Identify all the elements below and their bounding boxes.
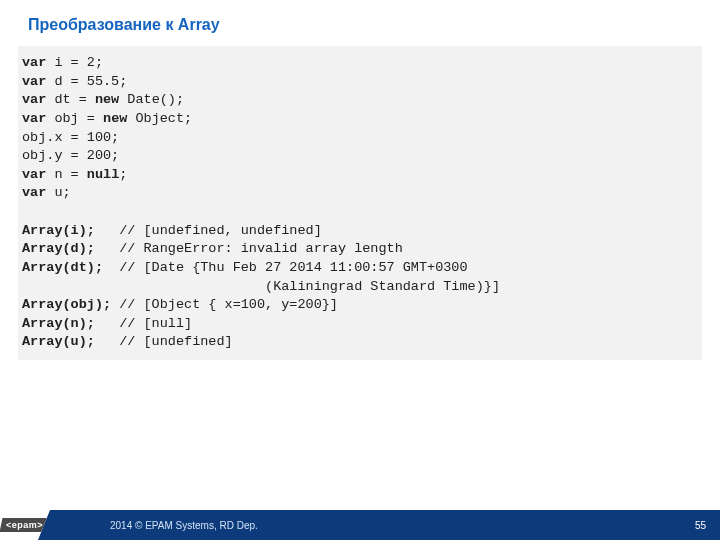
code-comment: // [Object { x=100, y=200}] (119, 297, 338, 312)
blank-line (22, 204, 30, 219)
code-call: Array(obj); (22, 297, 119, 312)
footer-logo-wrap: <epam> (0, 510, 50, 540)
page-number: 55 (695, 520, 706, 531)
code-text: u; (46, 185, 70, 200)
epam-logo: <epam> (0, 518, 50, 532)
code-call: Array(dt); (22, 260, 119, 275)
kw-new: new (103, 111, 127, 126)
code-call: Array(i); (22, 223, 119, 238)
code-call: Array(d); (22, 241, 119, 256)
code-text: Object; (127, 111, 192, 126)
code-text: i = 2; (46, 55, 103, 70)
code-call: Array(n); (22, 316, 119, 331)
slide-title: Преобразование к Array (0, 0, 720, 46)
code-comment: // [null] (119, 316, 192, 331)
code-call: Array(u); (22, 334, 119, 349)
kw-var: var (22, 92, 46, 107)
code-text: dt = (46, 92, 95, 107)
kw-var: var (22, 111, 46, 126)
code-comment: // [undefined] (119, 334, 232, 349)
footer-copyright: 2014 © EPAM Systems, RD Dep. (110, 520, 258, 531)
kw-var: var (22, 55, 46, 70)
kw-var: var (22, 185, 46, 200)
footer-bar: <epam> 2014 © EPAM Systems, RD Dep. 55 (0, 510, 720, 540)
code-text: obj.y = 200; (22, 148, 119, 163)
code-text: Date(); (119, 92, 184, 107)
code-comment: // [Date {Thu Feb 27 2014 11:00:57 GMT+0… (119, 260, 467, 275)
kw-new: new (95, 92, 119, 107)
kw-null: null (87, 167, 119, 182)
code-block: var i = 2; var d = 55.5; var dt = new Da… (18, 46, 702, 360)
code-comment: // [undefined, undefined] (119, 223, 322, 238)
code-comment: // RangeError: invalid array length (119, 241, 403, 256)
code-text: d = 55.5; (46, 74, 127, 89)
kw-var: var (22, 74, 46, 89)
code-text: obj = (46, 111, 103, 126)
kw-var: var (22, 167, 46, 182)
code-text: ; (119, 167, 127, 182)
code-text: obj.x = 100; (22, 130, 119, 145)
code-text: n = (46, 167, 87, 182)
code-comment: (Kaliningrad Standard Time)}] (22, 279, 500, 294)
